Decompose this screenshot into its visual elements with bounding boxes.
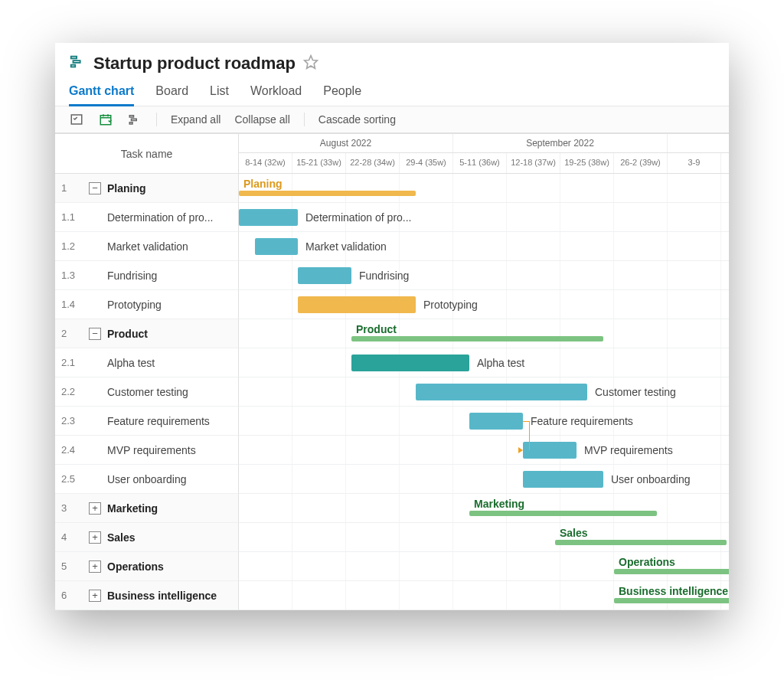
- task-wbs: 2.2: [61, 386, 83, 397]
- task-row[interactable]: 2.4MVP requirements: [55, 436, 239, 465]
- gantt-bar-label: Fundrising: [354, 267, 409, 284]
- task-wbs: 1: [61, 182, 83, 194]
- svg-rect-8: [129, 123, 132, 124]
- checklist-icon[interactable]: [69, 113, 84, 126]
- task-row[interactable]: 2.2Customer testing: [55, 377, 239, 407]
- expand-icon[interactable]: +: [89, 560, 101, 573]
- task-row[interactable]: 1.3Fundrising: [55, 261, 239, 290]
- timeline-week: 3-9: [668, 153, 721, 173]
- tab-workload[interactable]: Workload: [250, 80, 302, 106]
- timeline-month: August 2022: [239, 134, 453, 152]
- timeline-week: 19-25 (38w): [560, 153, 614, 173]
- task-name-label: User onboarding: [107, 473, 187, 485]
- task-row[interactable]: 5+Operations: [55, 552, 239, 581]
- task-row[interactable]: 2.1Alpha test: [55, 348, 239, 377]
- task-row[interactable]: 1.4Prototyping: [55, 290, 239, 319]
- gantt-bar-label: Prototyping: [419, 296, 478, 313]
- toolbar: Expand all Collapse all Cascade sorting: [55, 106, 729, 133]
- toolbar-separator: [304, 113, 305, 126]
- gantt-task-bar[interactable]: [298, 267, 351, 284]
- task-row[interactable]: 2.3Feature requirements: [55, 407, 239, 436]
- gantt-icon[interactable]: [127, 113, 142, 126]
- task-row[interactable]: 2.5User onboarding: [55, 465, 239, 494]
- task-name-label: Business intelligence: [107, 590, 217, 602]
- gantt-bar-label: Market validation: [301, 238, 387, 255]
- gantt-bar-label: Product: [351, 321, 397, 338]
- gantt-bar-label: MVP requirements: [580, 442, 673, 459]
- gantt-bar-label: Marketing: [469, 495, 524, 512]
- tab-board[interactable]: Board: [155, 80, 188, 106]
- gantt-task-bar[interactable]: [469, 413, 523, 430]
- task-name-label: Alpha test: [107, 357, 155, 369]
- task-wbs: 4: [61, 531, 83, 543]
- task-name-label: MVP requirements: [107, 444, 196, 456]
- gantt-task-bar[interactable]: [416, 384, 587, 400]
- expand-icon[interactable]: +: [89, 590, 101, 602]
- toolbar-separator: [156, 113, 157, 126]
- task-row[interactable]: 1−Planing: [55, 174, 239, 203]
- expand-icon[interactable]: +: [89, 502, 101, 515]
- task-wbs: 2.4: [61, 444, 83, 456]
- expand-all-button[interactable]: Expand all: [171, 113, 220, 126]
- page-title: Startup product roadmap: [93, 54, 296, 74]
- gantt-task-bar[interactable]: [523, 442, 577, 459]
- gantt-bar-label: Customer testing: [590, 384, 676, 400]
- timeline-week: 5-11 (36w): [453, 153, 507, 173]
- collapse-icon[interactable]: −: [89, 182, 101, 194]
- timeline-week: 29-4 (35w): [400, 153, 453, 173]
- timeline-week: 22-28 (34w): [346, 153, 400, 173]
- timeline-row: Market validation: [239, 232, 729, 261]
- task-row[interactable]: 1.1Determination of pro...: [55, 203, 239, 232]
- svg-marker-3: [305, 56, 318, 69]
- timeline-months: August 2022September 2022: [239, 134, 729, 153]
- svg-rect-0: [71, 57, 77, 59]
- timeline-row: Feature requirements: [239, 407, 729, 436]
- task-name-label: Operations: [107, 560, 164, 573]
- task-name-label: Customer testing: [107, 386, 188, 398]
- task-wbs: 1.4: [61, 299, 83, 310]
- timeline-row: Determination of pro...: [239, 203, 729, 232]
- gantt-task-bar[interactable]: [255, 238, 298, 255]
- star-icon[interactable]: [303, 54, 318, 73]
- task-wbs: 2: [61, 328, 83, 339]
- timeline-week: 12-18 (37w): [507, 153, 560, 173]
- gantt-task-bar[interactable]: [239, 209, 298, 226]
- timeline-panel[interactable]: August 2022September 2022 8-14 (32w)15-2…: [239, 134, 729, 610]
- task-wbs: 1.1: [61, 211, 83, 223]
- task-name-label: Product: [107, 328, 148, 340]
- task-name-label: Determination of pro...: [107, 211, 214, 224]
- gantt-task-bar[interactable]: [351, 355, 469, 371]
- gantt-window: { "header": { "title": "Startup product …: [55, 43, 729, 610]
- timeline-row: Customer testing: [239, 377, 729, 407]
- gantt-task-bar[interactable]: [523, 471, 603, 488]
- task-row[interactable]: 6+Business intelligence: [55, 581, 239, 610]
- calendar-check-icon[interactable]: [98, 113, 113, 126]
- tab-list[interactable]: List: [210, 80, 229, 106]
- tab-gantt-chart[interactable]: Gantt chart: [69, 80, 134, 106]
- timeline-row: User onboarding: [239, 465, 729, 494]
- tab-people[interactable]: People: [323, 80, 361, 106]
- task-row[interactable]: 4+Sales: [55, 523, 239, 552]
- timeline-row: Marketing: [239, 494, 729, 523]
- task-name-label: Fundrising: [107, 270, 157, 282]
- task-row[interactable]: 2−Product: [55, 319, 239, 348]
- gantt-task-bar[interactable]: [298, 296, 416, 313]
- cascade-sorting-button[interactable]: Cascade sorting: [318, 113, 396, 126]
- timeline-row: Operations: [239, 552, 729, 581]
- timeline-week: 8-14 (32w): [239, 153, 292, 173]
- timeline-row: MVP requirements: [239, 436, 729, 465]
- task-row[interactable]: 3+Marketing: [55, 494, 239, 523]
- task-name-label: Planing: [107, 182, 146, 194]
- expand-icon[interactable]: +: [89, 531, 101, 544]
- svg-rect-4: [71, 115, 82, 124]
- timeline-row: Planing: [239, 174, 729, 203]
- timeline-row: Fundrising: [239, 261, 729, 290]
- timeline-row: Sales: [239, 523, 729, 552]
- collapse-icon[interactable]: −: [89, 328, 101, 340]
- gantt-bar-label: Sales: [555, 524, 588, 541]
- task-row[interactable]: 1.2Market validation: [55, 232, 239, 261]
- task-wbs: 2.1: [61, 357, 83, 368]
- collapse-all-button[interactable]: Collapse all: [234, 113, 289, 126]
- task-list-panel: Task name 1−Planing1.1Determination of p…: [55, 134, 239, 610]
- task-name-column-header: Task name: [55, 134, 238, 174]
